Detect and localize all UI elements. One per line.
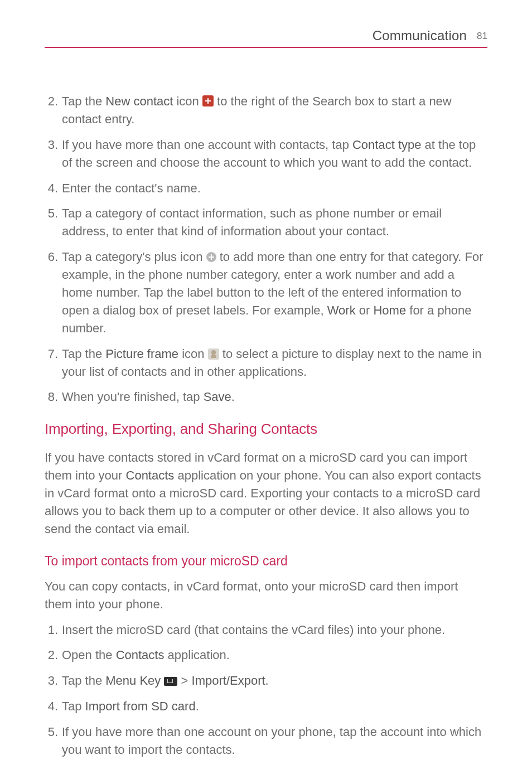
- step-item: 2. Tap the New contact icon to the right…: [45, 93, 487, 128]
- step-body: When you're finished, tap Save.: [60, 388, 487, 406]
- section-paragraph: If you have contacts stored in vCard for…: [45, 449, 487, 538]
- step-number: 5.: [45, 723, 60, 759]
- step-number: 7.: [45, 345, 60, 381]
- step-item: 5. If you have more than one account on …: [45, 723, 487, 759]
- page-number: 81: [477, 31, 487, 42]
- category-plus-icon: [206, 252, 216, 262]
- step-number: 1.: [45, 621, 60, 639]
- subsection-heading-import-sd: To import contacts from your microSD car…: [45, 554, 487, 569]
- step-item: 4. Tap Import from SD card.: [45, 698, 487, 715]
- step-number: 4.: [45, 698, 60, 715]
- step-item: 2. Open the Contacts application.: [45, 646, 487, 664]
- section-title: Communication: [373, 28, 467, 43]
- step-item: 7. Tap the Picture frame icon to select …: [45, 345, 487, 381]
- step-number: 6.: [45, 248, 60, 337]
- step-number: 2.: [45, 93, 60, 128]
- step-body: Tap the Menu Key > Import/Export.: [60, 672, 487, 690]
- step-body: Tap the New contact icon to the right of…: [60, 93, 487, 128]
- section-heading-importing: Importing, Exporting, and Sharing Contac…: [45, 420, 487, 438]
- picture-frame-icon: [208, 348, 219, 360]
- step-body: Insert the microSD card (that contains t…: [60, 621, 487, 639]
- step-number: 5.: [45, 205, 60, 240]
- step-item: 8. When you're finished, tap Save.: [45, 388, 487, 406]
- step-body: Enter the contact's name.: [60, 180, 487, 197]
- step-item: 5. Tap a category of contact information…: [45, 205, 487, 240]
- menu-key-icon: [164, 677, 177, 686]
- step-number: 4.: [45, 180, 60, 197]
- step-item: 6. Tap a category's plus icon to add mor…: [45, 248, 487, 337]
- step-item: 3. Tap the Menu Key > Import/Export.: [45, 672, 487, 690]
- step-body: Tap Import from SD card.: [60, 698, 487, 715]
- subsection-paragraph: You can copy contacts, in vCard format, …: [45, 578, 487, 613]
- step-number: 3.: [45, 672, 60, 690]
- step-body: If you have more than one account on you…: [60, 723, 487, 759]
- step-body: Open the Contacts application.: [60, 646, 487, 664]
- page-header: Communication 81: [45, 28, 487, 48]
- new-contact-plus-icon: [202, 95, 214, 106]
- step-number: 3.: [45, 136, 60, 172]
- step-item: 4. Enter the contact's name.: [45, 180, 487, 197]
- step-number: 8.: [45, 388, 60, 406]
- step-item: 3. If you have more than one account wit…: [45, 136, 487, 172]
- step-body: Tap a category's plus icon to add more t…: [60, 248, 487, 337]
- step-item: 1. Insert the microSD card (that contain…: [45, 621, 487, 639]
- step-body: If you have more than one account with c…: [60, 136, 487, 172]
- step-body: Tap a category of contact information, s…: [60, 205, 487, 240]
- step-body: Tap the Picture frame icon to select a p…: [60, 345, 487, 381]
- step-number: 2.: [45, 646, 60, 664]
